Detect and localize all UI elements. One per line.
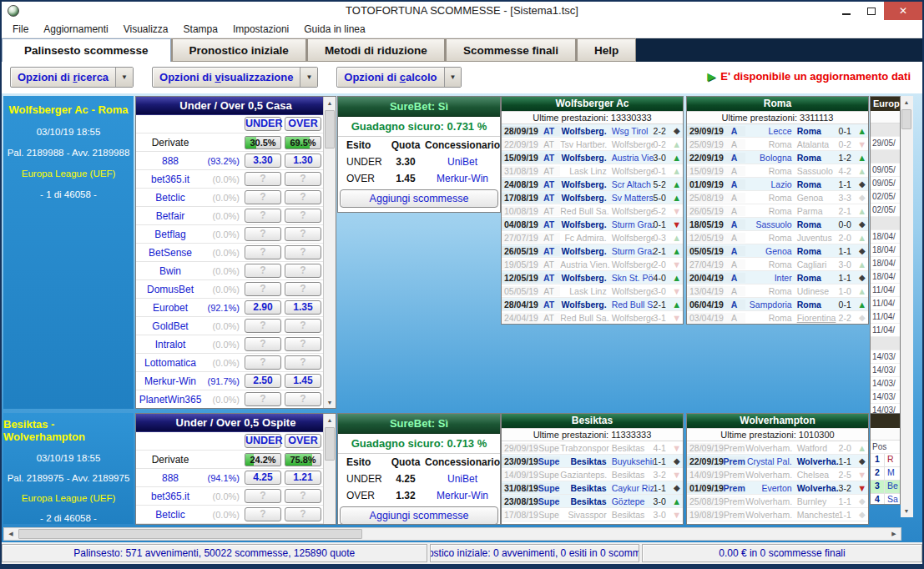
over-odds-button[interactable]: 1.35 — [285, 300, 321, 315]
over-odds-button[interactable]: ? — [285, 392, 321, 406]
menu-item-guida-in-linea[interactable]: Guida in linea — [296, 22, 372, 37]
under-odds-button[interactable]: ? — [245, 337, 281, 351]
scroll-down-icon[interactable]: ▼ — [324, 396, 336, 409]
surebet-quota: 3.30 — [386, 156, 425, 168]
horizontal-scrollbar[interactable]: ◀ ▶ — [3, 527, 901, 541]
maximize-button[interactable] — [859, 2, 884, 20]
vertical-scrollbar[interactable]: ▲ — [323, 414, 336, 525]
scroll-up-icon[interactable]: ▲ — [324, 414, 336, 426]
match-home-team: Bologna — [745, 153, 794, 163]
scroll-up-icon[interactable]: ▲ — [324, 97, 336, 109]
minimize-button[interactable] — [834, 2, 859, 20]
surebet-bookmaker: Merkur-Win — [425, 490, 500, 501]
match-score: 5-2 — [654, 179, 671, 189]
bookmaker-match-pct: (0.0%) — [204, 491, 243, 501]
match-home-team: Sampdoria — [745, 300, 794, 310]
over-odds-button[interactable]: ? — [285, 190, 321, 204]
toolbar-button-opzioni-di-calcolo[interactable]: Opzioni di calcolo▼ — [336, 67, 462, 88]
vertical-scroll-thumb[interactable] — [901, 109, 911, 129]
over-odds-button[interactable]: ? — [285, 282, 321, 296]
under-odds-button[interactable]: ? — [245, 264, 281, 278]
over-column-button[interactable]: OVER — [285, 434, 321, 448]
over-odds-button[interactable]: ? — [285, 209, 321, 223]
under-odds-button[interactable]: 2.90 — [245, 300, 281, 315]
match-home-team: Austria Vien. — [560, 259, 608, 269]
vertical-scrollbar[interactable]: ▲▼ — [323, 97, 336, 409]
match-date: 22/09/19 — [687, 456, 723, 466]
trend-up-icon: ▲ — [670, 179, 683, 189]
match-away-team: Cagliari — [795, 259, 839, 269]
bookmaker-label: Intralot(0.0%) — [136, 339, 243, 350]
update-notice[interactable]: ▶ E' disponibile un aggiornamento dati — [707, 70, 911, 83]
under-odds-button[interactable]: 2.50 — [245, 374, 281, 388]
under-odds-button[interactable]: 3.30 — [245, 154, 281, 168]
match-league: A — [723, 193, 745, 203]
vertical-scrollbar[interactable]: ▼ — [901, 413, 913, 517]
vertical-scroll-thumb[interactable] — [325, 427, 335, 461]
side-panel-top: Europ29/05/09/05/09/05/02/05/02/05/18/04… — [870, 96, 913, 415]
tab-help[interactable]: Help — [576, 38, 636, 62]
over-odds-button[interactable]: 1.45 — [285, 374, 321, 388]
over-column-button[interactable]: OVER — [285, 117, 321, 131]
close-button[interactable]: ✕ — [884, 2, 922, 20]
under-odds-button[interactable]: ? — [245, 507, 281, 521]
under-odds-button[interactable]: ? — [245, 245, 281, 259]
scroll-left-icon[interactable]: ◀ — [4, 528, 18, 540]
menu-item-file[interactable]: File — [5, 22, 36, 37]
bookmaker-row: bet365.it(0.0%)?? — [136, 487, 323, 506]
match-away-team: Caykur Riz. — [609, 483, 654, 493]
tab-palinsesto-scommesse[interactable]: Palinsesto scommesse — [2, 38, 171, 62]
over-odds-button[interactable]: ? — [285, 227, 321, 241]
scroll-right-icon[interactable]: ▶ — [887, 528, 901, 540]
trend-up-icon: ▲ — [670, 246, 683, 256]
under-odds-button[interactable]: ? — [245, 319, 281, 333]
under-odds-button[interactable]: ? — [245, 227, 281, 241]
vertical-scroll-thumb[interactable] — [325, 110, 335, 149]
derivate-bar: 30.5% — [245, 136, 281, 149]
menu-item-stampa[interactable]: Stampa — [176, 22, 225, 37]
tab-scommesse-finali[interactable]: Scommesse finali — [445, 38, 576, 62]
under-odds-button[interactable]: ? — [245, 172, 281, 186]
toolbar-button-opzioni-di-ricerca[interactable]: Opzioni di ricerca▼ — [10, 67, 134, 88]
over-odds-button[interactable]: 1.30 — [285, 154, 321, 168]
bookmaker-match-pct: (0.0%) — [204, 266, 243, 276]
menu-item-impostazioni[interactable]: Impostazioni — [225, 22, 296, 37]
tab-metodi-di-riduzione[interactable]: Metodi di riduzione — [306, 38, 445, 62]
menu-item-aggiornamenti[interactable]: Aggiornamenti — [36, 22, 115, 37]
tab-pronostico-iniziale[interactable]: Pronostico iniziale — [171, 38, 306, 62]
bookmaker-name: Betflag — [136, 229, 204, 240]
horizontal-scroll-thumb[interactable] — [18, 529, 362, 539]
under-column-button[interactable]: UNDER — [245, 117, 281, 131]
toolbar-button-opzioni-di-visualizzazione[interactable]: Opzioni di visualizzazione▼ — [152, 67, 318, 88]
add-bets-button[interactable]: Aggiungi scommesse — [340, 189, 498, 208]
under-odds-button[interactable]: 4.25 — [245, 471, 281, 485]
scroll-down-icon[interactable]: ▼ — [901, 505, 912, 517]
over-odds-button[interactable]: ? — [285, 319, 321, 333]
under-odds-button[interactable]: ? — [245, 209, 281, 223]
under-odds-button[interactable]: ? — [245, 282, 281, 296]
over-odds-button[interactable]: ? — [285, 507, 321, 521]
under-odds-button[interactable]: ? — [245, 392, 281, 406]
over-odds-button[interactable]: ? — [285, 337, 321, 351]
over-odds-button[interactable]: ? — [285, 245, 321, 259]
match-date: 06/04/19 — [687, 300, 723, 310]
under-column-button[interactable]: UNDER — [245, 434, 281, 448]
match-away-team: Fiorentina — [795, 313, 839, 323]
over-odds-button[interactable]: ? — [285, 489, 321, 503]
under-odds-button[interactable]: ? — [245, 355, 281, 370]
match-row: 12/05/19ARomaJuventus2-0▲ — [687, 231, 868, 244]
odds-cell: 3.30 — [243, 154, 283, 168]
menu-item-visualizza[interactable]: Visualizza — [116, 22, 176, 37]
tab-strip-filler — [636, 38, 922, 62]
over-odds-button[interactable]: ? — [285, 172, 321, 186]
vertical-scrollbar[interactable]: ▲ — [901, 96, 913, 415]
over-odds-button[interactable]: 1.21 — [285, 471, 321, 485]
trend-draw-icon: ◆ — [856, 510, 868, 519]
under-odds-button[interactable]: ? — [245, 190, 281, 204]
over-odds-button[interactable]: ? — [285, 264, 321, 278]
odds-cell: 30.5% — [243, 136, 283, 149]
under-odds-button[interactable]: ? — [245, 489, 281, 503]
scroll-up-icon[interactable]: ▲ — [901, 96, 912, 108]
add-bets-button[interactable]: Aggiungi scommesse — [340, 506, 498, 525]
over-odds-button[interactable]: ? — [285, 355, 321, 370]
